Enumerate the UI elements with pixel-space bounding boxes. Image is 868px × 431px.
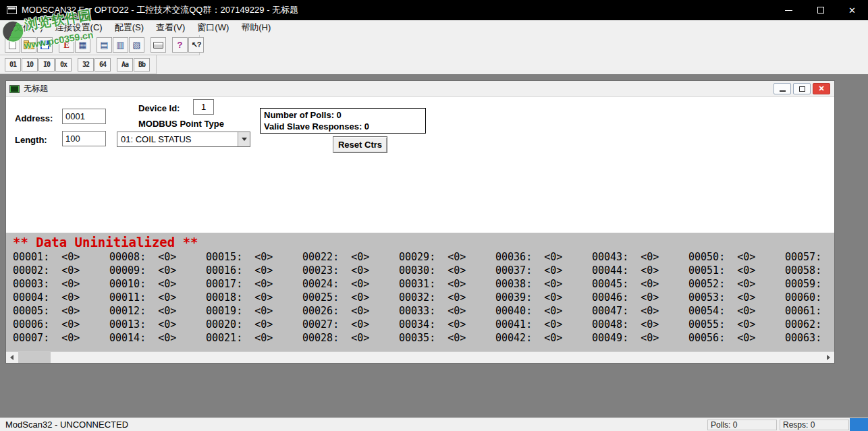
close-button[interactable]: ✕ xyxy=(836,0,868,20)
minimize-button[interactable] xyxy=(773,0,805,20)
register-cell: 00009: <0> xyxy=(109,264,206,277)
point-type-select[interactable]: 01: COIL STATUS xyxy=(117,132,250,147)
register-cell: 00014: <0> xyxy=(109,331,206,345)
register-cell: 00049: <0> xyxy=(592,331,688,345)
context-help-icon: ↖? xyxy=(192,41,201,49)
application-window: MODSCAN32 For OPTO22 - 工控技术交流QQ群：2071492… xyxy=(0,0,868,431)
display-32bit-button[interactable]: 32 xyxy=(78,58,94,71)
input-register-button[interactable]: I0 xyxy=(38,58,55,71)
register-cell: 00043: <0> xyxy=(592,250,688,264)
register-cell: 00063: xyxy=(785,331,834,345)
polls-pane: Polls: 0 xyxy=(707,420,777,430)
context-help-button[interactable]: ↖? xyxy=(188,37,204,53)
reset-counters-label: Reset Ctrs xyxy=(338,140,382,150)
menu-item-setup[interactable]: 配置(S) xyxy=(109,20,150,35)
maximize-button[interactable] xyxy=(805,0,836,20)
new-file-button[interactable] xyxy=(5,37,20,53)
register-cell: 00027: <0> xyxy=(302,318,399,331)
register-cell: 00018: <0> xyxy=(206,291,302,304)
register-cell: 00016: <0> xyxy=(206,264,302,277)
point-type-40-icon: 0x xyxy=(60,61,67,68)
document-title-bar: 无标题 ✕ xyxy=(6,81,834,96)
data-grid-row: 00001: <0>00008: <0>00015: <0>00022: <0>… xyxy=(13,250,834,264)
horizontal-scrollbar[interactable] xyxy=(6,351,834,363)
register-cell: 00047: <0> xyxy=(592,304,688,318)
title-bar: MODSCAN32 For OPTO22 - 工控技术交流QQ群：2071492… xyxy=(0,0,868,20)
device-id-input[interactable] xyxy=(193,99,214,115)
status-bar: ModScan32 - UNCONNECTED Polls: 0 Resps: … xyxy=(0,418,868,431)
capture-button[interactable]: ▧ xyxy=(129,37,144,53)
register-cell: 00031: <0> xyxy=(399,277,495,291)
display-64bit-button[interactable]: 64 xyxy=(94,58,111,71)
display-ascii-button[interactable]: Aa xyxy=(117,58,133,71)
register-cell: 00057: xyxy=(785,250,834,264)
data-definition-button[interactable]: ▦ xyxy=(75,37,90,53)
register-cell: 00005: <0> xyxy=(13,304,109,318)
print-button[interactable] xyxy=(151,37,166,53)
data-grid-row: 00004: <0>00011: <0>00018: <0>00025: <0>… xyxy=(13,291,834,304)
length-input[interactable] xyxy=(62,131,106,146)
register-cell: 00011: <0> xyxy=(109,291,206,304)
poll-counters-box: Number of Polls: 0 Valid Slave Responses… xyxy=(260,108,426,134)
coil-status-button[interactable]: 01 xyxy=(5,58,21,71)
data-grid-row: 00006: <0>00013: <0>00020: <0>00027: <0>… xyxy=(13,318,834,331)
input-status-button[interactable]: 10 xyxy=(22,58,38,71)
close-icon: ✕ xyxy=(848,5,856,16)
express-connect-button[interactable]: E xyxy=(59,37,74,53)
main-toolbar: E▦▤▥▧?↖? xyxy=(0,35,200,55)
register-cell: 00004: <0> xyxy=(13,291,109,304)
data-grid-row: 00003: <0>00010: <0>00017: <0>00024: <0>… xyxy=(13,277,834,291)
dropdown-button[interactable] xyxy=(238,132,250,146)
responses-count: Valid Slave Responses: 0 xyxy=(264,121,422,132)
format-ascii-icon: Aa xyxy=(121,61,128,68)
document-close-button[interactable]: ✕ xyxy=(813,83,830,94)
display-binary-button[interactable]: Bb xyxy=(134,58,150,71)
scrollbar-thumb[interactable] xyxy=(18,352,51,363)
register-cell: 00038: <0> xyxy=(495,277,592,291)
show-traffic-button[interactable]: ▥ xyxy=(113,37,128,53)
show-data-button[interactable]: ▤ xyxy=(97,37,112,53)
open-file-button[interactable] xyxy=(21,37,36,53)
register-cell: 00002: <0> xyxy=(13,264,109,277)
document-icon[interactable] xyxy=(9,85,20,93)
point-type-label: MODBUS Point Type xyxy=(138,119,224,129)
holding-register-button[interactable]: 0x xyxy=(55,58,72,71)
register-cell: 00036: <0> xyxy=(495,250,592,264)
register-cell: 00053: <0> xyxy=(688,291,785,304)
menu-item-help[interactable]: 帮助(H) xyxy=(235,20,277,35)
register-cell: 00030: <0> xyxy=(399,264,495,277)
register-cell: 00054: <0> xyxy=(688,304,785,318)
register-cell: 00022: <0> xyxy=(302,250,399,264)
register-cell: 00015: <0> xyxy=(206,250,302,264)
minimize-icon xyxy=(785,10,792,11)
register-cell: 00045: <0> xyxy=(592,277,688,291)
register-cell: 00058: xyxy=(785,264,834,277)
document-maximize-button[interactable] xyxy=(793,83,811,94)
close-icon: ✕ xyxy=(818,84,824,93)
format-binary-icon: Bb xyxy=(138,61,145,68)
reset-counters-button[interactable]: Reset Ctrs xyxy=(333,136,387,153)
register-cell: 00040: <0> xyxy=(495,304,592,318)
open-folder-icon xyxy=(24,42,34,49)
address-input[interactable] xyxy=(62,109,106,124)
menu-item-view[interactable]: 查看(V) xyxy=(150,20,191,35)
register-data-area[interactable]: ** Data Uninitialized ** 00001: <0>00008… xyxy=(6,233,834,351)
mdi-workspace: 无标题 ✕ Address: Length: Device Id: MODBUS… xyxy=(0,74,868,418)
register-cell: 00008: <0> xyxy=(109,250,206,264)
data-grid-row: 00007: <0>00014: <0>00021: <0>00028: <0>… xyxy=(13,331,834,345)
resps-pane: Resps: 0 xyxy=(780,420,849,430)
register-cell: 00042: <0> xyxy=(495,331,592,345)
save-button[interactable] xyxy=(37,37,53,53)
menu-item-connection[interactable]: 连接设置(C) xyxy=(49,20,109,35)
register-cell: 00059: xyxy=(785,277,834,291)
scroll-left-button[interactable] xyxy=(6,352,18,363)
menu-item-window[interactable]: 窗口(W) xyxy=(191,20,235,35)
register-cell: 00007: <0> xyxy=(13,331,109,345)
point-type-value: 01: COIL STATUS xyxy=(121,134,192,144)
about-button[interactable]: ? xyxy=(172,37,188,53)
scroll-right-button[interactable] xyxy=(823,352,834,363)
data-uninitialized-banner: ** Data Uninitialized ** xyxy=(13,235,834,250)
app-icon[interactable] xyxy=(7,6,17,14)
document-minimize-button[interactable] xyxy=(774,83,791,94)
menu-item-file[interactable]: 文件(F) xyxy=(8,20,49,35)
